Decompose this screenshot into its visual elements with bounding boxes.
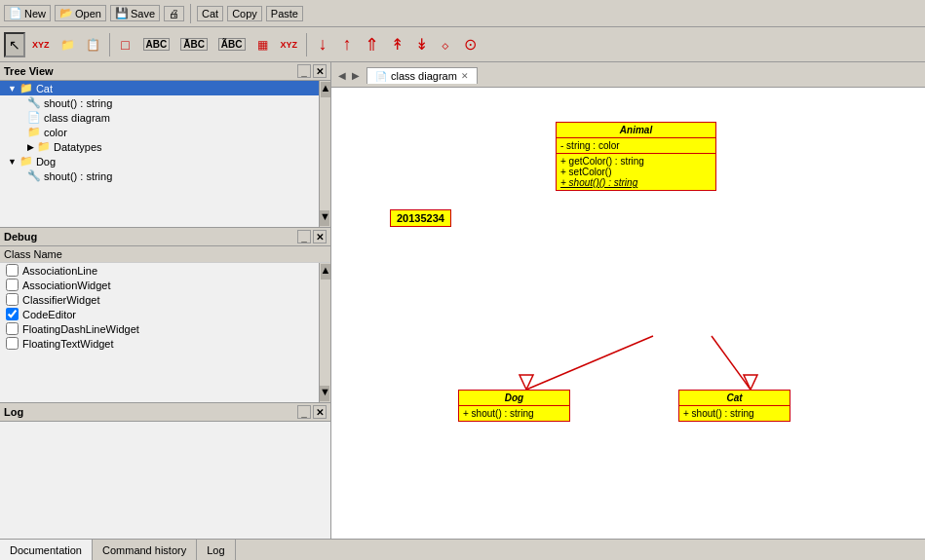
bottom-tab-documentation[interactable]: Documentation xyxy=(0,540,93,560)
tree-view-close[interactable]: ✕ xyxy=(313,64,327,78)
cb-floating-dash[interactable]: FloatingDashLineWidget xyxy=(0,321,330,336)
cat-method-1: + shout() : string xyxy=(683,408,786,419)
tree-item-label-dog-shout: shout() : string xyxy=(44,170,112,182)
cb-association-line-check[interactable] xyxy=(6,264,19,277)
arrow-up-split-icon: ⇑ xyxy=(365,34,379,56)
save-button[interactable]: 💾 Save xyxy=(110,5,160,21)
xyz2-tool[interactable]: XYZ xyxy=(277,32,302,57)
copy-button[interactable]: Copy xyxy=(227,6,262,21)
arrow-up-open-tool[interactable]: ↟ xyxy=(386,32,407,57)
tree-view-minimize[interactable]: _ xyxy=(297,64,311,78)
tree-view-header: Tree View _ ✕ xyxy=(0,62,330,81)
tab-nav-prev[interactable]: ◀ xyxy=(335,70,349,81)
debug-scroll-up[interactable]: ▲ xyxy=(321,264,330,280)
arrow-up-tool[interactable]: ↑ xyxy=(336,32,358,57)
cat-methods: + shout() : string xyxy=(679,406,790,421)
new-button[interactable]: 📄 New xyxy=(4,5,51,21)
cat-folder-icon: 📁 xyxy=(19,82,33,94)
tree-item-color[interactable]: 📁 color xyxy=(0,125,330,139)
cb-floating-text[interactable]: FloatingTextWidget xyxy=(0,336,330,351)
tree-view-scrollbar[interactable]: ▲ ▼ xyxy=(319,81,330,227)
main-toolbar: 📄 New 📂 Open 💾 Save 🖨 Cat Copy Paste xyxy=(0,0,925,27)
cb-floating-dash-check[interactable] xyxy=(6,322,19,335)
cat-button[interactable]: Cat xyxy=(197,6,223,21)
log-minimize[interactable]: _ xyxy=(297,405,311,419)
cat-box[interactable]: Cat + shout() : string xyxy=(678,390,790,422)
draw-sep-2 xyxy=(306,33,307,56)
diagram-canvas[interactable]: 20135234 Animal - string : color + getCo… xyxy=(331,88,925,539)
tree-item-cat[interactable]: ▼ 📁 Cat xyxy=(0,81,330,95)
cb-code-editor[interactable]: CodeEditor xyxy=(0,307,330,321)
dog-box[interactable]: Dog + shout() : string xyxy=(458,390,570,422)
datatypes-expand-icon: ▶ xyxy=(27,142,34,152)
animal-attr-1: - string : color xyxy=(560,140,712,151)
tab-close-button[interactable]: ✕ xyxy=(461,71,469,81)
rect-tool[interactable]: □ xyxy=(115,32,136,57)
tree-view-title: Tree View xyxy=(4,65,54,77)
cb-association-widget-label: AssociationWidget xyxy=(22,280,111,291)
open-button[interactable]: 📂 Open xyxy=(55,5,106,21)
svg-marker-1 xyxy=(520,375,533,390)
tab-nav-next[interactable]: ▶ xyxy=(349,70,363,81)
tree-scroll-up[interactable]: ▲ xyxy=(321,82,330,97)
tree-scroll-down[interactable]: ▼ xyxy=(320,210,329,226)
bottom-tab-log[interactable]: Log xyxy=(197,540,235,560)
text-tool-2[interactable]: ĀBC xyxy=(176,32,212,57)
debug-scrollbar[interactable]: ▲ ▼ xyxy=(319,263,330,402)
animal-title: Animal xyxy=(557,123,715,138)
dog-shout-icon: 🔧 xyxy=(27,169,41,182)
draw-sep-1 xyxy=(109,33,110,56)
text-tool-1[interactable]: ABC xyxy=(139,32,174,57)
animal-method-1: + getColor() : string xyxy=(560,156,712,167)
cb-association-line[interactable]: AssociationLine xyxy=(0,263,330,278)
text-tool-3[interactable]: ÃBC xyxy=(214,32,250,57)
folder-tool[interactable]: 📁 xyxy=(57,32,79,57)
log-title: Log xyxy=(4,406,23,418)
folder-tool-icon: 📁 xyxy=(60,38,75,52)
debug-close[interactable]: ✕ xyxy=(313,230,327,243)
animal-box[interactable]: Animal - string : color + getColor() : s… xyxy=(556,122,716,191)
cb-classifier-widget[interactable]: ClassifierWidget xyxy=(0,292,330,307)
debug-scroll-down[interactable]: ▼ xyxy=(320,386,329,401)
log-close[interactable]: ✕ xyxy=(313,405,327,419)
arrow-down-open-tool[interactable]: ↡ xyxy=(410,32,432,57)
log-icons: _ ✕ xyxy=(297,405,327,419)
arrow-circle-icon: ⊙ xyxy=(464,35,477,54)
tree-item-cat-shout[interactable]: 🔧 shout() : string xyxy=(0,95,330,110)
animal-attributes: - string : color xyxy=(557,138,715,153)
cb-classifier-widget-check[interactable] xyxy=(6,293,19,306)
snippet-tool[interactable]: 📋 xyxy=(82,32,104,57)
print-button[interactable]: 🖨 xyxy=(164,6,184,21)
debug-header: Debug _ ✕ xyxy=(0,228,330,246)
xyz-tool[interactable]: XYZ xyxy=(28,32,54,57)
number-box[interactable]: 20135234 xyxy=(390,209,451,227)
grid-tool[interactable]: ▦ xyxy=(252,32,274,57)
arrow-circle-tool[interactable]: ⊙ xyxy=(459,32,481,57)
arrow-up-split-tool[interactable]: ⇑ xyxy=(361,32,383,57)
bottom-tab-command-history[interactable]: Command history xyxy=(93,540,197,560)
debug-icons: _ ✕ xyxy=(297,230,327,243)
cb-floating-text-check[interactable] xyxy=(6,337,19,350)
tree-item-class-diagram[interactable]: 📄 class diagram xyxy=(0,110,330,125)
cb-association-widget[interactable]: AssociationWidget xyxy=(0,278,330,292)
tab-class-diagram[interactable]: 📄 class diagram ✕ xyxy=(366,67,478,84)
cb-association-widget-check[interactable] xyxy=(6,279,19,291)
paste-button[interactable]: Paste xyxy=(266,6,303,21)
tree-item-label-cat: Cat xyxy=(36,83,53,94)
bottom-tab-log-label: Log xyxy=(207,544,224,556)
arrow-diamond-tool[interactable]: ⬦ xyxy=(435,32,456,57)
bottom-tab-documentation-label: Documentation xyxy=(10,544,82,556)
snippet-icon: 📋 xyxy=(86,38,100,52)
tree-item-dog-shout[interactable]: 🔧 shout() : string xyxy=(0,168,330,183)
arrow-up-open-icon: ↟ xyxy=(391,35,404,54)
arrow-up-icon: ↑ xyxy=(343,34,352,55)
select-tool[interactable]: ↖ xyxy=(4,32,25,57)
dog-title: Dog xyxy=(459,391,569,406)
cb-code-editor-check[interactable] xyxy=(6,308,19,320)
number-value: 20135234 xyxy=(397,212,444,224)
debug-minimize[interactable]: _ xyxy=(297,230,311,243)
tree-item-datatypes[interactable]: ▶ 📁 Datatypes xyxy=(0,139,330,154)
arrow-plain-tool[interactable]: ↓ xyxy=(312,32,333,57)
tree-item-dog[interactable]: ▼ 📁 Dog xyxy=(0,154,330,168)
animal-method-2: + setColor() xyxy=(560,167,712,177)
